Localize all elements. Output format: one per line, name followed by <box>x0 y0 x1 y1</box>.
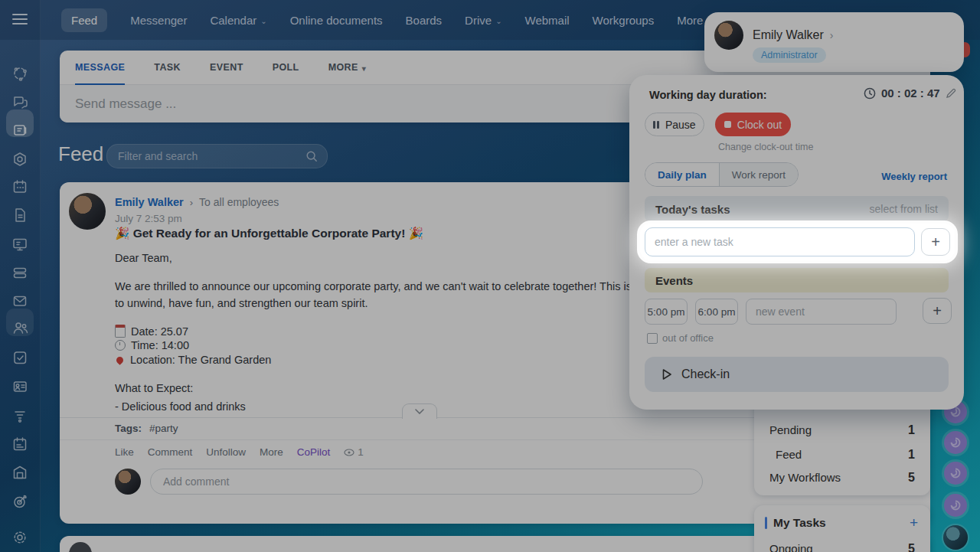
dim-overlay <box>0 0 980 552</box>
new-task-input[interactable] <box>645 227 915 256</box>
new-task-row: + <box>640 224 955 260</box>
add-task-plus-button[interactable]: + <box>921 228 950 256</box>
